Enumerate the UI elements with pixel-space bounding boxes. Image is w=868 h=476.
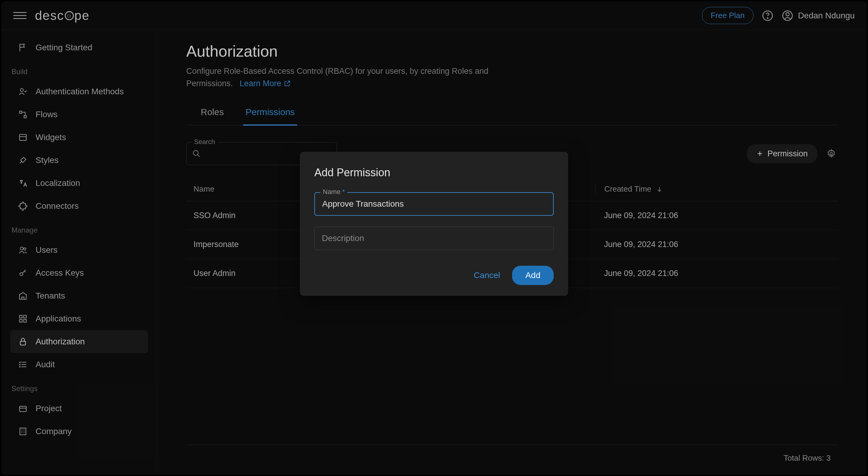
add-button[interactable]: Add xyxy=(512,266,554,285)
modal-backdrop[interactable]: Add Permission Name * Cancel Add xyxy=(1,1,867,475)
cancel-button[interactable]: Cancel xyxy=(474,271,500,280)
modal-title: Add Permission xyxy=(314,166,554,179)
description-input[interactable] xyxy=(314,227,554,250)
name-input[interactable] xyxy=(314,192,554,216)
add-permission-modal: Add Permission Name * Cancel Add xyxy=(300,152,568,296)
name-field-label: Name * xyxy=(320,188,347,196)
